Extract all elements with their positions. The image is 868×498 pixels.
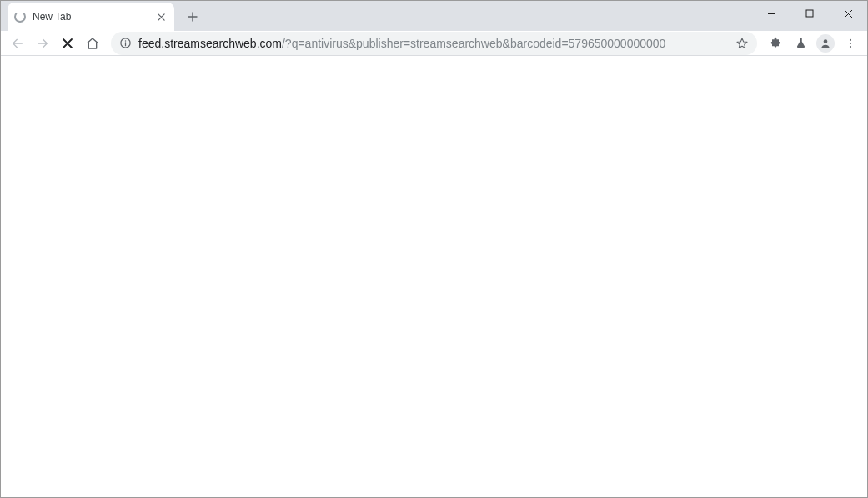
maximize-icon (805, 9, 814, 18)
svg-point-2 (125, 40, 127, 42)
tab-title: New Tab (33, 11, 154, 23)
svg-point-4 (850, 38, 851, 40)
kebab-icon (845, 38, 856, 49)
svg-point-5 (850, 42, 851, 43)
nav-home-button[interactable] (81, 32, 104, 55)
labs-button[interactable] (789, 32, 812, 55)
bookmark-button[interactable] (735, 37, 749, 50)
svg-point-6 (850, 46, 851, 48)
close-icon (62, 38, 73, 49)
info-icon (119, 37, 132, 49)
loading-spinner-icon (14, 11, 26, 23)
plus-icon (188, 12, 198, 22)
arrow-left-icon (11, 37, 24, 50)
new-tab-button[interactable] (181, 5, 204, 28)
tab-new-tab[interactable]: New Tab (8, 3, 174, 31)
flask-icon (795, 37, 807, 49)
window-controls (752, 1, 867, 26)
page-content (1, 56, 867, 497)
tab-close-button[interactable] (154, 10, 168, 23)
toolbar-right (764, 32, 862, 55)
url-path: /?q=antivirus&publisher=streamsearchweb&… (282, 37, 665, 50)
nav-back-button[interactable] (6, 32, 29, 55)
avatar (816, 34, 835, 53)
close-icon (844, 9, 853, 18)
home-icon (86, 37, 99, 50)
svg-point-3 (824, 39, 828, 43)
window-close-button[interactable] (829, 1, 867, 26)
profile-button[interactable] (814, 32, 837, 55)
nav-stop-button[interactable] (56, 32, 79, 55)
puzzle-icon (769, 37, 782, 50)
close-icon (158, 13, 165, 21)
url-text[interactable]: feed.streamsearchweb.com/?q=antivirus&pu… (138, 37, 729, 50)
window-minimize-button[interactable] (752, 1, 790, 26)
nav-forward-button[interactable] (31, 32, 54, 55)
extensions-button[interactable] (764, 32, 787, 55)
person-icon (820, 38, 831, 49)
menu-button[interactable] (839, 32, 862, 55)
browser-window: New Tab (0, 0, 868, 498)
window-maximize-button[interactable] (790, 1, 829, 26)
site-info-button[interactable] (119, 37, 132, 49)
tab-strip: New Tab (1, 1, 867, 31)
svg-rect-0 (806, 10, 813, 17)
arrow-right-icon (36, 37, 49, 50)
omnibox[interactable]: feed.streamsearchweb.com/?q=antivirus&pu… (111, 32, 757, 55)
star-icon (735, 37, 749, 50)
toolbar: feed.streamsearchweb.com/?q=antivirus&pu… (1, 31, 867, 56)
url-host: feed.streamsearchweb.com (138, 37, 282, 50)
minimize-icon (767, 9, 776, 18)
